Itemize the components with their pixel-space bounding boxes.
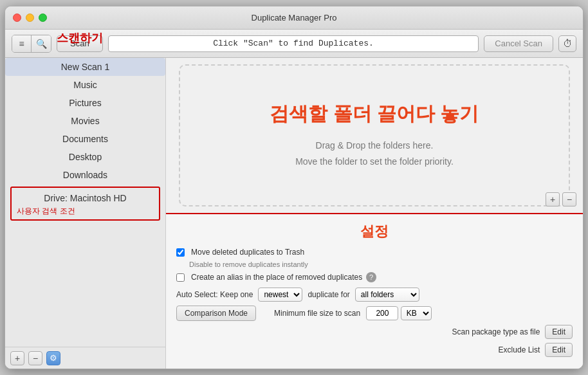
status-text: Click "Scan" to find Duplicates. [213, 39, 374, 48]
drop-zone[interactable]: 검색할 폴더 끌어다 놓기 Drag & Drop the folders he… [166, 58, 583, 213]
trash-label: Move deleted duplicates to Trash [191, 248, 304, 257]
status-field: Click "Scan" to find Duplicates. [108, 35, 479, 52]
sidebar-item-music[interactable]: Music [5, 76, 165, 94]
kb-select[interactable]: KBMB [401, 306, 432, 320]
min-file-size-group: Minimum file size to scan KBMB [274, 306, 432, 320]
sidebar-item-movies[interactable]: Movies [5, 112, 165, 130]
min-file-size-input[interactable] [366, 306, 398, 320]
annotation-box: Drive: Macintosh HD 사용자 검색 조건 [10, 187, 160, 221]
gear-icon: ⚙ [50, 353, 57, 363]
exclude-list-label: Exclude List [499, 345, 540, 354]
settings-row-alias: Create an alias in the place of removed … [176, 272, 573, 282]
drop-zone-korean: 검색할 폴더 끌어다 놓기 [270, 101, 479, 127]
scan-package-label: Scan package type as file [452, 327, 540, 336]
settings-row-trash: Move deleted duplicates to Trash [176, 248, 573, 257]
settings-korean-title: 설정 [176, 222, 573, 241]
sidebar-list: New Scan 1 Music Pictures Movies Documen… [5, 58, 165, 347]
exclude-list-edit-button[interactable]: Edit [545, 343, 573, 357]
scan-annotation: 스캔하기 [57, 30, 103, 46]
minus-icon: − [33, 353, 38, 363]
minimize-button[interactable] [26, 14, 34, 22]
plus-icon: + [550, 194, 555, 205]
all-folders-select[interactable]: all folders [355, 288, 419, 302]
search-view-button[interactable]: 🔍 [32, 35, 51, 52]
scan-btn-wrapper: 스캔하기 Scan [57, 35, 103, 52]
titlebar: Duplicate Manager Pro [5, 6, 583, 30]
sidebar-item-downloads[interactable]: Downloads [5, 166, 165, 184]
auto-select-label: Auto Select: Keep one [176, 290, 253, 299]
traffic-lights [13, 14, 47, 22]
history-button[interactable]: ⏱ [558, 35, 576, 52]
annotation-label: 사용자 검색 조건 [17, 206, 154, 217]
add-scan-button[interactable]: + [10, 351, 24, 365]
window-title: Duplicate Manager Pro [252, 13, 337, 23]
sidebar-item-desktop[interactable]: Desktop [5, 148, 165, 166]
alias-label: Create an alias in the place of removed … [191, 273, 362, 282]
trash-checkbox[interactable] [176, 248, 185, 257]
drop-zone-border: 검색할 폴더 끌어다 놓기 Drag & Drop the folders he… [179, 64, 570, 206]
sidebar-footer: + − ⚙ [5, 347, 165, 369]
sidebar-item-macintosh-hd[interactable]: Drive: Macintosh HD [17, 190, 154, 206]
plus-icon: + [15, 353, 20, 363]
settings-row-auto-select: Auto Select: Keep one newestoldest dupli… [176, 288, 573, 302]
min-file-size-label: Minimum file size to scan [274, 309, 360, 318]
sidebar-item-new-scan[interactable]: New Scan 1 [5, 58, 165, 76]
sidebar: New Scan 1 Music Pictures Movies Documen… [5, 58, 166, 369]
search-icon: 🔍 [36, 39, 47, 49]
list-view-button[interactable]: ≡ [12, 35, 32, 52]
settings-row-scan-package: Scan package type as file Edit [176, 325, 573, 339]
right-panel: 검색할 폴더 끌어다 놓기 Drag & Drop the folders he… [166, 58, 583, 369]
newest-select[interactable]: newestoldest [258, 288, 302, 302]
scan-package-edit-button[interactable]: Edit [545, 325, 573, 339]
settings-row-comparison: Comparison Mode Minimum file size to sca… [176, 306, 573, 321]
app-window: Duplicate Manager Pro ≡ 🔍 스캔하기 Scan Clic… [5, 6, 583, 369]
sidebar-item-pictures[interactable]: Pictures [5, 94, 165, 112]
cancel-scan-button[interactable]: Cancel Scan [484, 35, 553, 52]
trash-sublabel: Disable to remove duplicates instantly [189, 261, 573, 268]
drop-zone-add-button[interactable]: + [546, 192, 560, 206]
close-button[interactable] [13, 14, 21, 22]
help-badge[interactable]: ? [366, 272, 376, 282]
duplicate-for-label: duplicate for [308, 290, 349, 299]
maximize-button[interactable] [39, 14, 47, 22]
settings-row-exclude: Exclude List Edit [176, 343, 573, 357]
comparison-mode-button[interactable]: Comparison Mode [176, 306, 256, 321]
clock-icon: ⏱ [563, 38, 573, 49]
drop-zone-remove-button[interactable]: − [562, 192, 576, 206]
main-content: New Scan 1 Music Pictures Movies Documen… [5, 58, 583, 369]
alias-checkbox[interactable] [176, 273, 185, 282]
list-icon: ≡ [19, 39, 24, 49]
sidebar-item-documents[interactable]: Documents [5, 130, 165, 148]
settings-panel: 설정 Move deleted duplicates to Trash Disa… [166, 213, 583, 369]
remove-scan-button[interactable]: − [28, 351, 42, 365]
minus-icon: − [567, 194, 572, 205]
view-mode-group: ≡ 🔍 [12, 35, 51, 53]
toolbar: ≡ 🔍 스캔하기 Scan Click "Scan" to find Dupli… [5, 30, 583, 58]
drop-zone-drag-text: Drag & Drop the folders here. Move the f… [295, 138, 454, 170]
drop-zone-controls: + − [546, 192, 576, 206]
settings-gear-button[interactable]: ⚙ [46, 351, 60, 365]
